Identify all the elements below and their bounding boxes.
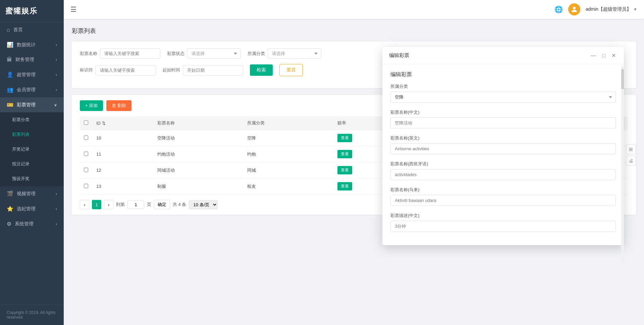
category-label: 所属分类	[248, 51, 265, 57]
sidebar-item-label: 视频管理	[17, 191, 36, 197]
submenu-label: 预设开奖	[12, 176, 30, 182]
start-time-label: 起始时间	[163, 67, 180, 73]
modal-scrollbar[interactable]	[621, 66, 624, 264]
modal-header: 编辑彩票 — □ ✕	[382, 47, 624, 64]
sidebar-item-finance[interactable]: 🏛 财务管理 ›	[0, 52, 64, 67]
view-rate-button[interactable]: 查看	[337, 134, 352, 142]
lottery-name-label: 彩票名称	[80, 51, 97, 57]
form-name-es-group: 彩票名称(西班牙语)	[390, 161, 616, 180]
header-right: 🌐 admin【超级管理员】 ▼	[554, 3, 637, 15]
row-checkbox-10[interactable]	[84, 136, 88, 140]
form-name-en-input[interactable]	[390, 143, 616, 154]
form-name-es-input[interactable]	[390, 169, 616, 180]
home-icon: ⌂	[7, 27, 10, 33]
modal-close-button[interactable]: ✕	[610, 52, 617, 59]
th-name: 彩票名称	[153, 116, 243, 130]
sidebar-item-label: 超管管理	[17, 72, 36, 78]
settings-icon: ⚙	[7, 221, 11, 227]
view-rate-button[interactable]: 查看	[337, 150, 352, 158]
lottery-name-input[interactable]	[100, 48, 160, 59]
sidebar-item-system[interactable]: ⚙ 系统管理 ›	[0, 216, 64, 231]
add-button[interactable]: + 添加	[80, 100, 103, 111]
row-id: 10	[92, 130, 153, 146]
form-name-zh-input[interactable]	[390, 117, 616, 128]
sidebar-item-home[interactable]: ⌂ 首页	[0, 22, 64, 37]
sidebar-item-preset-open[interactable]: 预设开奖	[0, 171, 64, 186]
search-button[interactable]: 检索	[250, 64, 273, 76]
form-name-en-group: 彩票名称(英文)	[390, 135, 616, 154]
form-name-ms-input[interactable]	[390, 195, 616, 206]
header: ☰ 🌐 admin【超级管理员】 ▼	[64, 0, 644, 19]
sidebar-item-lottery-category[interactable]: 彩票分类	[0, 112, 64, 127]
row-category: 约炮	[243, 146, 333, 162]
modal-scrollbar-thumb	[621, 69, 624, 89]
identifier-input[interactable]	[96, 65, 156, 75]
goto-page-input[interactable]	[127, 201, 144, 209]
lottery-status-label: 彩票状态	[167, 51, 184, 57]
th-category: 所属分类	[243, 116, 333, 130]
per-page-select[interactable]: 10 条/页	[189, 200, 218, 209]
bulk-delete-button[interactable]: 🗑 删除	[106, 100, 131, 111]
modal-minimize-button[interactable]: —	[589, 52, 597, 59]
side-action-panel: ⊞ 🖨	[626, 144, 636, 166]
th-checkbox	[80, 116, 92, 130]
chevron-right-icon: ›	[56, 57, 57, 62]
sidebar-item-bet-records[interactable]: 投注记录	[0, 157, 64, 171]
sidebar-item-video[interactable]: 🎬 视频管理 ›	[0, 186, 64, 201]
sidebar-item-super-admin[interactable]: 👤 超管管理 ›	[0, 67, 64, 82]
sidebar-item-label: 系统管理	[15, 221, 34, 227]
goto-confirm-button[interactable]: 确定	[154, 200, 170, 209]
form-category-select[interactable]: 空降	[390, 92, 616, 103]
start-time-field: 起始时间	[163, 65, 243, 75]
row-checkbox-11[interactable]	[84, 152, 88, 156]
form-category-label: 所属分类	[390, 84, 616, 90]
modal-maximize-button[interactable]: □	[601, 52, 607, 59]
row-checkbox-12[interactable]	[84, 168, 88, 172]
view-rate-button[interactable]: 查看	[337, 166, 352, 174]
form-name-ms-group: 彩票名称(马来)	[390, 187, 616, 206]
sidebar-item-data-stats[interactable]: 📊 数据统计 ›	[0, 37, 64, 52]
sidebar-item-label: 财务管理	[15, 57, 34, 63]
sidebar-item-label: 选妃管理	[17, 206, 36, 212]
chart-icon: 📊	[7, 42, 13, 48]
chevron-right-icon: ›	[56, 222, 57, 226]
form-desc-zh-group: 彩票描述(中文)	[390, 213, 616, 232]
sidebar-item-member[interactable]: 👥 会员管理 ›	[0, 82, 64, 97]
next-page-button[interactable]: ›	[104, 200, 113, 209]
user-menu[interactable]: admin【超级管理员】 ▼	[586, 6, 637, 12]
lottery-submenu: 彩票分类 彩票列表 开奖记录 投注记录 预设开奖	[0, 112, 64, 186]
expand-icon-button[interactable]: ⊞	[626, 144, 636, 154]
identifier-field: 标识符	[80, 65, 156, 75]
sidebar-item-label: 彩票管理	[17, 102, 36, 108]
chevron-right-icon: ›	[56, 88, 57, 92]
members-icon: 👥	[7, 87, 13, 93]
th-id: ID ⇅	[92, 116, 153, 130]
select-all-checkbox[interactable]	[84, 120, 88, 125]
video-icon: 🎬	[7, 191, 13, 197]
sidebar-item-lottery-list[interactable]: 彩票列表	[0, 127, 64, 142]
globe-icon[interactable]: 🌐	[554, 5, 563, 13]
page-1-button[interactable]: 1	[92, 200, 101, 209]
lottery-status-select[interactable]: 请选择	[187, 48, 241, 59]
row-checkbox-13[interactable]	[84, 184, 88, 188]
submenu-label: 彩票分类	[12, 117, 30, 123]
start-time-input[interactable]	[183, 65, 243, 75]
sidebar-item-election[interactable]: ⭐ 选妃管理 ›	[0, 201, 64, 216]
row-name: 约炮活动	[153, 146, 243, 162]
modal-header-actions: — □ ✕	[589, 52, 617, 59]
form-desc-zh-input[interactable]	[390, 221, 616, 232]
chevron-right-icon: ›	[56, 207, 57, 211]
submenu-label: 彩票列表	[12, 131, 30, 138]
row-category: 租友	[243, 178, 333, 195]
app-logo: 蜜獾娱乐	[0, 0, 64, 22]
print-icon-button[interactable]: 🖨	[626, 156, 636, 166]
prev-page-button[interactable]: ‹	[80, 200, 89, 209]
category-select[interactable]: 请选择	[268, 48, 321, 59]
menu-toggle-button[interactable]: ☰	[70, 5, 76, 13]
view-rate-button[interactable]: 查看	[337, 182, 352, 191]
reset-button[interactable]: 重置	[279, 64, 303, 76]
row-checkbox-cell	[80, 162, 92, 178]
chevron-right-icon: ›	[56, 43, 57, 47]
sidebar-item-lottery[interactable]: 🎫 彩票管理 ∨	[0, 97, 64, 112]
sidebar-item-open-records[interactable]: 开奖记录	[0, 142, 64, 157]
